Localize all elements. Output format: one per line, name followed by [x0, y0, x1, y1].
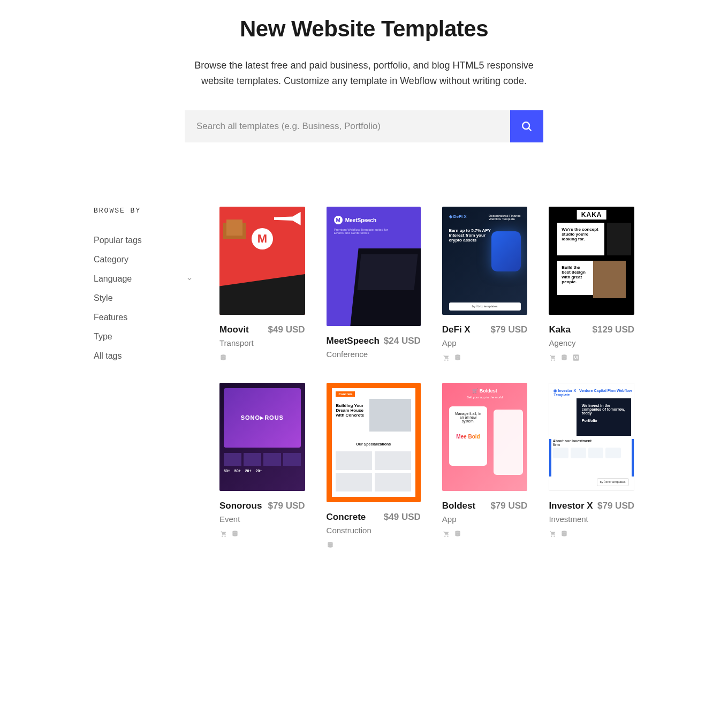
filter-label: Features — [94, 313, 127, 322]
template-thumbnail: M — [219, 207, 305, 315]
search-input[interactable] — [185, 110, 510, 142]
ecommerce-icon — [442, 530, 450, 538]
filter-label: Popular tags — [94, 236, 142, 245]
filter-item-all-tags[interactable]: All tags — [94, 346, 193, 366]
template-price: $129 USD — [593, 324, 634, 335]
cms-icon — [560, 354, 568, 361]
filter-label: Style — [94, 293, 113, 303]
template-grid: MMoovitTransport$49 USDMeetSpeechPremium… — [219, 207, 634, 549]
template-price: $24 USD — [384, 336, 421, 346]
template-name: DeFi X — [442, 324, 471, 335]
filter-sidebar: BROWSE BY Popular tagsCategoryLanguageSt… — [94, 207, 193, 549]
template-price: $49 USD — [384, 512, 421, 523]
template-thumbnail: SONO ROUS50+50+20+20+ — [219, 383, 305, 491]
svg-line-1 — [529, 128, 532, 131]
chevron-down-icon — [186, 276, 193, 282]
template-card[interactable]: SONO ROUS50+50+20+20+SonorousEvent$79 US… — [219, 383, 305, 549]
template-category: Conference — [327, 350, 380, 359]
template-price: $79 USD — [597, 501, 634, 511]
uikit-icon — [572, 354, 580, 361]
hero-section: New Website Templates Browse the latest … — [94, 16, 634, 142]
template-price: $79 USD — [490, 324, 527, 335]
filter-item-popular-tags[interactable]: Popular tags — [94, 231, 193, 250]
template-badges — [442, 530, 528, 538]
template-meta: SonorousEvent$79 USD — [219, 501, 305, 524]
template-card[interactable]: ◉ Investor X Venture Capital Firm Webflo… — [549, 383, 634, 549]
template-name: Investor X — [549, 501, 593, 511]
template-meta: DeFi XApp$79 USD — [442, 324, 528, 347]
template-card[interactable]: 🛒 BoldestSell your app to the worldManag… — [442, 383, 528, 549]
cms-icon — [560, 530, 568, 538]
filter-item-features[interactable]: Features — [94, 308, 193, 327]
template-thumbnail: ConcreteBuilding Your Dream House with C… — [327, 383, 421, 502]
filter-label: Language — [94, 274, 132, 284]
template-name: Moovit — [219, 324, 254, 335]
template-category: Investment — [549, 515, 593, 524]
filter-item-language[interactable]: Language — [94, 269, 193, 289]
filter-item-type[interactable]: Type — [94, 327, 193, 346]
ecommerce-icon — [549, 530, 556, 538]
template-price: $79 USD — [268, 501, 305, 511]
cms-icon — [454, 530, 461, 538]
template-badges — [219, 530, 305, 538]
template-thumbnail: KAKAWe're the concept studio you're look… — [549, 207, 634, 315]
template-name: Boldest — [442, 501, 475, 511]
template-thumbnail: ◈ DeFi XDecentralized FinanceWebflow Tem… — [442, 207, 528, 315]
template-category: Construction — [327, 526, 371, 535]
filter-label: All tags — [94, 351, 122, 361]
cms-icon — [231, 530, 239, 538]
ecommerce-icon — [549, 354, 556, 361]
template-card[interactable]: ◈ DeFi XDecentralized FinanceWebflow Tem… — [442, 207, 528, 361]
cms-icon — [219, 354, 227, 361]
ecommerce-icon — [442, 354, 450, 361]
cms-icon — [454, 354, 461, 361]
page-title: New Website Templates — [94, 16, 634, 42]
template-meta: BoldestApp$79 USD — [442, 501, 528, 524]
filter-label: Category — [94, 255, 128, 264]
template-badges — [549, 530, 634, 538]
template-name: Kaka — [549, 324, 575, 335]
template-meta: Investor XInvestment$79 USD — [549, 501, 634, 524]
cms-icon — [327, 541, 334, 549]
template-category: Event — [219, 515, 262, 524]
template-category: Transport — [219, 338, 254, 347]
template-card[interactable]: KAKAWe're the concept studio you're look… — [549, 207, 634, 361]
template-price: $79 USD — [490, 501, 527, 511]
template-thumbnail: ◉ Investor X Venture Capital Firm Webflo… — [549, 383, 634, 491]
template-meta: MeetSpeechConference$24 USD — [327, 336, 421, 359]
template-name: Concrete — [327, 512, 371, 523]
template-thumbnail: MeetSpeechPremium Webflow Template suite… — [327, 207, 421, 326]
template-card[interactable]: ConcreteBuilding Your Dream House with C… — [327, 383, 421, 549]
template-thumbnail: 🛒 BoldestSell your app to the worldManag… — [442, 383, 528, 491]
template-category: App — [442, 515, 475, 524]
sidebar-title: BROWSE BY — [94, 207, 193, 215]
filter-label: Type — [94, 332, 112, 342]
template-meta: MoovitTransport$49 USD — [219, 324, 305, 347]
filter-item-category[interactable]: Category — [94, 250, 193, 269]
template-badges — [442, 354, 528, 361]
ecommerce-icon — [219, 530, 227, 538]
template-card[interactable]: MMoovitTransport$49 USD — [219, 207, 305, 361]
filter-item-style[interactable]: Style — [94, 289, 193, 308]
template-meta: ConcreteConstruction$49 USD — [327, 512, 421, 535]
template-card[interactable]: MeetSpeechPremium Webflow Template suite… — [327, 207, 421, 361]
search-icon — [521, 120, 533, 132]
template-category: Agency — [549, 338, 575, 347]
template-badges — [549, 354, 634, 361]
template-name: MeetSpeech — [327, 336, 380, 346]
template-meta: KakaAgency$129 USD — [549, 324, 634, 347]
template-badges — [219, 354, 305, 361]
template-category: App — [442, 338, 471, 347]
template-price: $49 USD — [268, 324, 305, 335]
search-bar — [185, 110, 543, 142]
svg-point-0 — [522, 122, 529, 129]
template-name: Sonorous — [219, 501, 262, 511]
template-badges — [327, 541, 421, 549]
page-subtitle: Browse the latest free and paid business… — [193, 58, 535, 89]
search-button[interactable] — [510, 110, 543, 142]
